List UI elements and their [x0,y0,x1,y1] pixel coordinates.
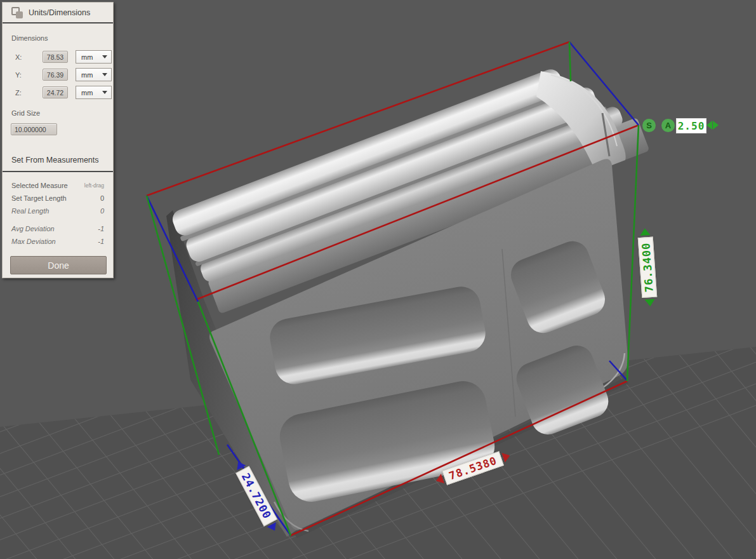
absolute-toggle-a[interactable]: A [661,119,675,132]
axis-y-unit-text: mm [81,71,93,79]
grid-step-value[interactable]: 2.50 [676,118,706,133]
dimensions-heading: Dimensions [11,34,48,42]
dropdown-caret-icon [102,91,107,94]
row-label: Selected Measure [11,182,68,189]
axis-z-label: Z: [15,89,22,97]
row-label: Avg Deviation [11,225,55,232]
increase-arrow-icon[interactable] [713,121,719,130]
units-tool-icon [11,7,23,18]
grid-size-field[interactable]: 10.000000 [11,123,57,135]
row-value: -1 [98,225,104,232]
axis-y-label: Y: [15,71,22,79]
measure-row-avg-deviation: Avg Deviation -1 [11,224,104,233]
measure-row-real-length: Real Length 0 [11,206,104,215]
axis-z-unit-text: mm [81,89,93,97]
decrease-arrow-icon[interactable] [706,121,712,130]
axis-z-unit-dropdown[interactable]: mm [76,86,112,99]
row-value: 0 [100,207,104,215]
row-value[interactable]: 0 [100,194,104,202]
axis-x-unit-dropdown[interactable]: mm [76,50,112,64]
viewport-3d[interactable]: 78.5380 76.3400 24.7200 S A 2.50 Units/D… [0,0,756,559]
axis-x-value-field[interactable]: 78.53 [43,51,68,63]
row-value: -1 [98,238,104,245]
done-button[interactable]: Done [10,256,107,274]
measure-row-target-length: Set Target Length 0 [11,194,104,203]
axis-z-value-field[interactable]: 24.72 [43,86,68,98]
grid-size-label: Grid Size [11,109,40,117]
row-value: left-drag [84,182,104,189]
axis-x-label: X: [15,53,22,61]
dimension-arrow-left [645,299,656,307]
panel-header: Units/Dimensions [3,3,113,24]
axis-y-value-field[interactable]: 76.39 [43,69,68,81]
units-dimensions-panel: Units/Dimensions Dimensions X: 78.53 mm … [2,2,114,278]
measure-row-selected: Selected Measure left-drag [11,181,104,190]
row-label: Real Length [11,207,49,215]
row-label: Set Target Length [11,194,67,202]
row-label: Max Deviation [11,238,56,245]
dimension-label-y-text: 76.3400 [639,242,655,293]
dimension-arrow-right [640,228,651,236]
set-from-measurements-heading: Set From Measurements [11,156,99,165]
axis-x-unit-text: mm [81,53,93,61]
dropdown-caret-icon [102,73,107,76]
dropdown-caret-icon [102,55,107,58]
section-divider [3,171,113,172]
measure-row-max-deviation: Max Deviation -1 [11,237,104,246]
axis-y-unit-dropdown[interactable]: mm [76,68,112,81]
panel-title: Units/Dimensions [29,8,90,17]
snap-toggle-s[interactable]: S [642,119,656,132]
